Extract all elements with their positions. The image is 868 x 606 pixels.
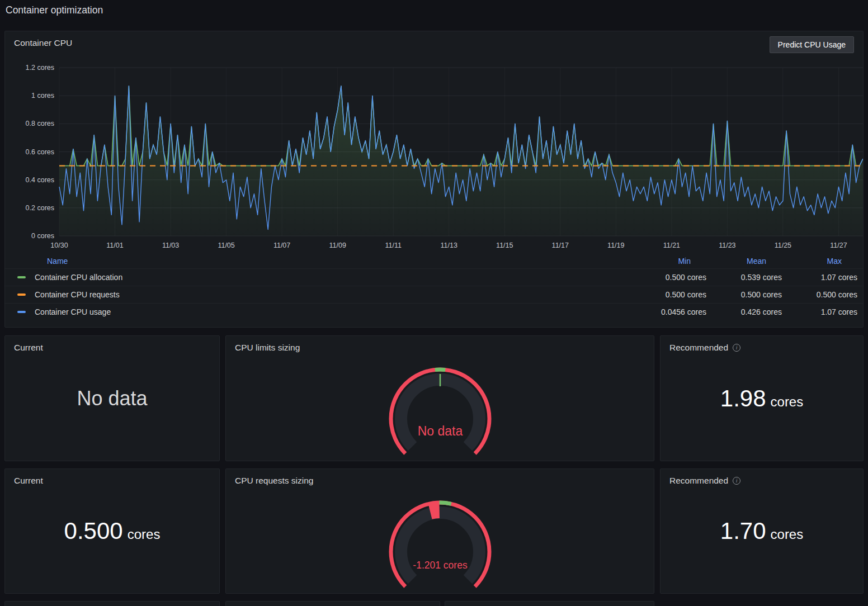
requests-mean: 0.500 cores: [706, 290, 782, 299]
svg-text:11/25: 11/25: [775, 242, 791, 249]
svg-text:11/13: 11/13: [441, 242, 457, 249]
gauge-value-wedge: [430, 510, 439, 511]
current-request-number: 0.500: [64, 519, 123, 543]
page-title: Container optimization: [6, 4, 103, 16]
svg-text:11/09: 11/09: [329, 242, 346, 249]
svg-text:11/01: 11/01: [106, 242, 123, 249]
cpu-limits-gauge: No data: [373, 365, 507, 460]
svg-text:1 cores: 1 cores: [31, 92, 54, 100]
allocation-line: [59, 86, 863, 166]
series-name-usage[interactable]: Container CPU usage: [35, 307, 111, 316]
panel-title-container-cpu[interactable]: Container CPU: [14, 38, 72, 48]
partial-panel: [445, 601, 654, 606]
svg-text:11/17: 11/17: [552, 242, 569, 249]
current-limit-value: No data: [77, 387, 147, 410]
requests-swatch-icon: [17, 293, 26, 296]
requests-max: 0.500 cores: [782, 290, 857, 299]
gauge-value-text: No data: [417, 424, 463, 438]
svg-text:0.6 cores: 0.6 cores: [26, 148, 54, 156]
svg-text:11/23: 11/23: [719, 242, 735, 249]
recommended-limit-number: 1.98: [720, 387, 766, 410]
allocation-swatch-icon: [17, 276, 26, 278]
legend-row-allocation: Container CPU allocation 0.500 cores 0.5…: [5, 268, 863, 286]
legend-header-name[interactable]: Name: [17, 257, 631, 266]
cpu-requests-sizing-panel: CPU requests sizing -1.201 cores: [225, 468, 654, 594]
legend-header-max[interactable]: Max: [782, 257, 857, 266]
usage-swatch-icon: [17, 311, 26, 313]
legend-header-row: Name Min Mean Max: [5, 254, 863, 268]
svg-text:11/21: 11/21: [663, 242, 680, 249]
svg-text:11/19: 11/19: [607, 242, 624, 249]
legend-header-mean[interactable]: Mean: [706, 257, 782, 266]
svg-text:11/27: 11/27: [830, 242, 847, 249]
predict-cpu-usage-button[interactable]: Predict CPU Usage: [770, 36, 854, 53]
partial-panel: [225, 601, 440, 606]
series-name-requests[interactable]: Container CPU requests: [35, 290, 120, 299]
partial-panel: [4, 601, 220, 606]
svg-text:0 cores: 0 cores: [31, 232, 54, 240]
svg-text:11/05: 11/05: [218, 242, 234, 249]
legend-row-usage: Container CPU usage 0.0456 cores 0.426 c…: [5, 303, 863, 320]
recommended-limit-unit: cores: [771, 394, 804, 410]
panel-title-cpu-limits-sizing[interactable]: CPU limits sizing: [235, 343, 300, 353]
current-limit-panel: Current No data: [4, 335, 220, 461]
cpu-limits-sizing-panel: CPU limits sizing No data: [225, 335, 654, 461]
usage-min: 0.0456 cores: [631, 307, 706, 316]
cpu-requests-gauge: -1.201 cores: [373, 498, 507, 593]
current-request-value: 0.500 cores: [64, 519, 161, 543]
legend-header-min[interactable]: Min: [631, 257, 706, 266]
usage-mean: 0.426 cores: [706, 307, 782, 316]
svg-text:11/15: 11/15: [496, 242, 513, 249]
recommended-limit-panel: Recommended i 1.98 cores: [660, 335, 864, 461]
allocation-min: 0.500 cores: [631, 273, 706, 282]
recommended-request-number: 1.70: [720, 519, 766, 543]
requests-min: 0.500 cores: [631, 290, 706, 299]
recommended-request-value: 1.70 cores: [720, 519, 803, 543]
cpu-legend: Name Min Mean Max Container CPU allocati…: [5, 254, 863, 320]
cpu-chart[interactable]: 0 cores0.2 cores0.4 cores0.6 cores0.8 co…: [5, 62, 863, 255]
allocation-max: 1.07 cores: [782, 273, 857, 282]
current-request-unit: cores: [128, 527, 161, 542]
svg-text:0.2 cores: 0.2 cores: [26, 204, 54, 212]
recommended-request-panel: Recommended i 1.70 cores: [660, 468, 864, 594]
usage-max: 1.07 cores: [782, 307, 857, 316]
recommended-request-unit: cores: [771, 527, 804, 542]
panel-title-cpu-requests-sizing[interactable]: CPU requests sizing: [235, 476, 313, 486]
svg-text:0.4 cores: 0.4 cores: [26, 176, 54, 184]
legend-row-requests: Container CPU requests 0.500 cores 0.500…: [5, 286, 863, 303]
allocation-mean: 0.539 cores: [706, 273, 782, 282]
svg-text:11/07: 11/07: [273, 242, 290, 249]
gauge-threshold-green: [439, 503, 451, 504]
recommended-limit-value: 1.98 cores: [720, 387, 803, 410]
svg-text:1.2 cores: 1.2 cores: [26, 64, 54, 72]
container-optimization-page: Container optimization Container CPU Pre…: [0, 0, 868, 606]
svg-text:10/30: 10/30: [50, 242, 68, 249]
current-request-panel: Current 0.500 cores: [4, 468, 220, 594]
container-cpu-panel: Container CPU Predict CPU Usage 0 cores0…: [4, 31, 864, 328]
svg-text:11/11: 11/11: [385, 242, 401, 249]
gauge-value-text: -1.201 cores: [413, 560, 468, 571]
svg-text:0.8 cores: 0.8 cores: [26, 120, 54, 127]
series-name-allocation[interactable]: Container CPU allocation: [35, 273, 122, 282]
svg-text:11/03: 11/03: [162, 242, 179, 249]
